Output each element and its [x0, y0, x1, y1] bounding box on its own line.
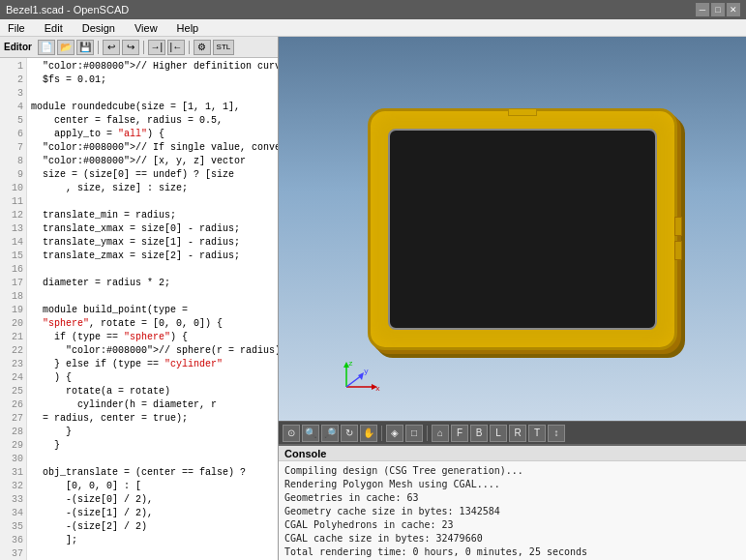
menu-bar: File Edit Design View Help: [0, 19, 746, 37]
pan-button[interactable]: ✋: [360, 425, 377, 442]
connector-right1: [674, 217, 682, 236]
close-button[interactable]: ✕: [727, 3, 740, 16]
toolbar-sep3: [189, 41, 190, 54]
bezel-container: [308, 56, 736, 401]
zoom-out-button[interactable]: 🔎: [321, 425, 339, 442]
unindent-button[interactable]: |←: [167, 40, 185, 55]
menu-design[interactable]: Design: [78, 21, 119, 35]
y-axis-label: y: [364, 367, 369, 375]
menu-view[interactable]: View: [131, 21, 162, 35]
rotate-button[interactable]: ↻: [341, 425, 358, 442]
open-file-button[interactable]: 📂: [57, 40, 75, 55]
view-ortho-button[interactable]: □: [405, 425, 423, 442]
new-file-button[interactable]: 📄: [38, 40, 55, 55]
stl-button[interactable]: STL: [213, 40, 234, 55]
view-front-button[interactable]: F: [451, 425, 468, 442]
view-top-button[interactable]: T: [528, 425, 546, 442]
zoom-all-button[interactable]: ⊙: [283, 425, 300, 442]
menu-edit[interactable]: Edit: [41, 21, 67, 35]
connector-right2: [674, 241, 682, 260]
toolbar-sep2: [143, 41, 144, 54]
editor-panel: Editor 📄 📂 💾 ↩ ↪ →| |← ⚙ STL 12345678910…: [0, 37, 279, 560]
redo-button[interactable]: ↪: [122, 40, 139, 55]
menu-help[interactable]: Help: [173, 21, 203, 35]
view-perspective-button[interactable]: ◈: [386, 425, 403, 442]
indent-button[interactable]: →|: [148, 40, 165, 55]
zoom-in-button[interactable]: 🔍: [302, 425, 319, 442]
vp-sep1: [381, 426, 382, 441]
bezel-inner: [388, 129, 657, 330]
view-left-button[interactable]: L: [490, 425, 507, 442]
console-area: Console Compiling design (CSG Tree gener…: [279, 444, 746, 560]
console-header: Console: [279, 446, 746, 461]
main-layout: Editor 📄 📂 💾 ↩ ↪ →| |← ⚙ STL 12345678910…: [0, 37, 746, 560]
minimize-button[interactable]: ─: [696, 3, 709, 16]
menu-file[interactable]: File: [4, 21, 29, 35]
x-axis-label: x: [375, 384, 380, 393]
connector-top: [508, 108, 537, 116]
bezel-shape: [368, 108, 677, 350]
settings-button[interactable]: ⚙: [194, 40, 211, 55]
toolbar-sep1: [98, 41, 99, 54]
title-bar-controls: ─ □ ✕: [696, 3, 740, 16]
view-reset-button[interactable]: ⌂: [432, 425, 449, 442]
code-area[interactable]: 1234567891011121314151617181920212223242…: [0, 58, 278, 560]
maximize-button[interactable]: □: [711, 3, 725, 16]
view-back-button[interactable]: B: [470, 425, 488, 442]
z-axis-label: z: [348, 359, 353, 368]
axis-indicator: z x y: [337, 358, 385, 397]
editor-toolbar: Editor 📄 📂 💾 ↩ ↪ →| |← ⚙ STL: [0, 37, 278, 58]
line-numbers: 1234567891011121314151617181920212223242…: [0, 58, 27, 560]
editor-label: Editor: [4, 42, 32, 52]
viewport[interactable]: z x y: [279, 37, 746, 421]
app-title: Bezel1.scad - OpenSCAD: [6, 4, 129, 15]
title-bar: Bezel1.scad - OpenSCAD ─ □ ✕: [0, 0, 746, 19]
vp-sep2: [427, 426, 428, 441]
title-bar-left: Bezel1.scad - OpenSCAD: [6, 4, 129, 15]
save-file-button[interactable]: 💾: [76, 40, 94, 55]
view-right-button[interactable]: R: [509, 425, 526, 442]
view-bottom-button[interactable]: ↕: [548, 425, 565, 442]
right-panel: z x y ⊙ 🔍 🔎 ↻ ✋ ◈ □: [279, 37, 746, 560]
viewport-toolbar: ⊙ 🔍 🔎 ↻ ✋ ◈ □ ⌂ F B L R T ↕: [279, 421, 746, 444]
console-content[interactable]: Compiling design (CSG Tree generation)..…: [279, 461, 746, 560]
undo-button[interactable]: ↩: [103, 40, 120, 55]
code-content[interactable]: "color:#008000">// Higher definition cur…: [27, 58, 278, 560]
